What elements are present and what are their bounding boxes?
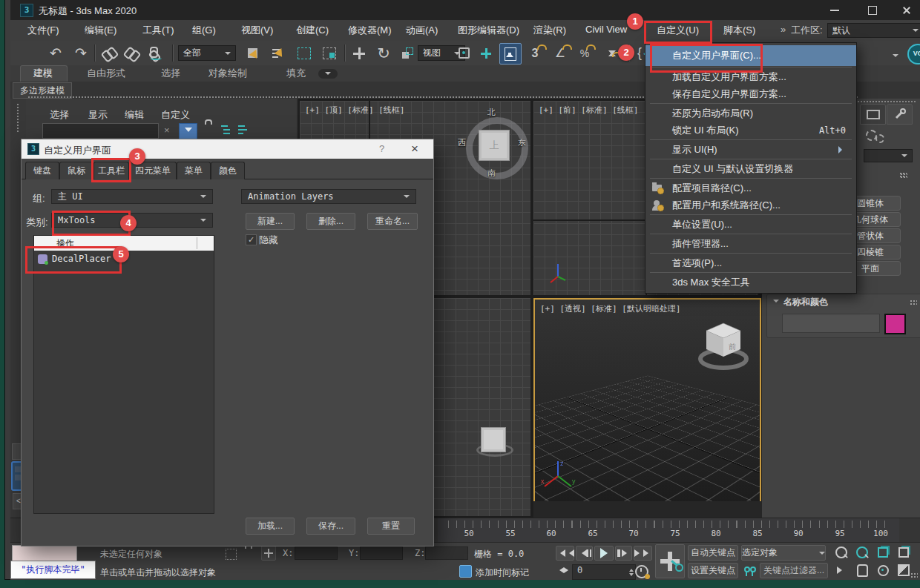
viewcube-top-icon[interactable]: 北 南 东 西 上 [458, 107, 526, 178]
load-button[interactable]: 加载... [246, 518, 295, 535]
menu-edit[interactable]: 编辑(E) [85, 24, 116, 37]
menu-scripting[interactable]: 脚本(S) [723, 24, 755, 37]
zoom-icon[interactable] [834, 545, 849, 560]
menu-civil-view[interactable]: Civil View [585, 24, 627, 35]
reset-button[interactable]: 重置 [367, 518, 415, 535]
clear-search-icon[interactable]: × [164, 125, 170, 136]
menu-item-units-setup[interactable]: 单位设置(U)... [645, 216, 856, 233]
keyboard-shortcut-override-icon[interactable] [499, 43, 522, 65]
tab-colors[interactable]: 颜色 [211, 162, 245, 179]
set-keys-button[interactable] [655, 544, 685, 578]
tab-keyboard[interactable]: 键盘 [25, 162, 59, 179]
percent-snap-icon[interactable]: % [578, 41, 597, 65]
object-category-dropdown[interactable] [864, 149, 913, 162]
menu-item-plugin-manager[interactable]: 插件管理器... [645, 235, 856, 252]
menu-animation[interactable]: 动画(A) [406, 24, 438, 37]
set-key-button[interactable]: 设置关键点 [688, 563, 738, 578]
menu-item-show-ui[interactable]: 显示 UI(H) [645, 141, 856, 158]
bind-to-space-warp-icon[interactable] [147, 41, 166, 65]
select-and-link-icon[interactable] [99, 41, 119, 65]
go-to-start-icon[interactable] [556, 546, 574, 561]
menu-rendering[interactable]: 渲染(R) [533, 24, 566, 37]
maximize-button[interactable] [856, 0, 889, 20]
time-configuration-icon[interactable] [635, 565, 648, 578]
toolbar-more-icon[interactable] [893, 54, 898, 60]
menu-modifiers[interactable]: 修改器(M) [348, 24, 392, 37]
z-coordinate-field[interactable] [425, 546, 468, 560]
previous-frame-icon[interactable] [576, 546, 593, 561]
menu-item-security-tools[interactable]: 3ds Max 安全工具 [645, 274, 856, 291]
title-bar[interactable]: 3 无标题 - 3ds Max 2020 [10, 0, 920, 20]
rename-button[interactable]: 重命名... [367, 213, 418, 230]
y-coordinate-field[interactable] [360, 546, 403, 560]
menu-item-save-ui-scheme[interactable]: 保存自定义用户界面方案... [645, 85, 856, 102]
action-list[interactable]: 操作 DecalPlacer [33, 235, 214, 514]
menu-group[interactable]: 组(G) [192, 24, 216, 37]
explorer-search-input[interactable] [42, 123, 159, 139]
unlink-selection-icon[interactable] [123, 41, 142, 65]
select-and-scale-icon[interactable] [398, 41, 417, 65]
angle-snap-icon[interactable]: ∠ [553, 41, 574, 65]
menu-tools[interactable]: 工具(T) [142, 24, 174, 37]
window-crossing-icon[interactable] [319, 41, 340, 65]
hierarchy-view-icon[interactable] [221, 125, 231, 135]
help-icon[interactable]: ? [379, 143, 384, 154]
object-color-swatch[interactable] [884, 314, 906, 334]
utilities-panel-tab[interactable] [887, 104, 913, 125]
selection-filter-dropdown[interactable]: 全部 [178, 45, 236, 61]
workspace-dropdown[interactable]: 默认 [827, 23, 920, 38]
viewport-top-label[interactable]: [+] [顶] [标准] [线框] [305, 105, 404, 116]
selection-region-icon[interactable] [226, 549, 237, 560]
new-button[interactable]: 新建... [246, 213, 295, 230]
select-by-name-icon[interactable] [267, 41, 288, 65]
use-pivot-center-icon[interactable] [454, 41, 473, 65]
menu-item-revert-layout[interactable]: 还原为启动布局(R) [645, 105, 856, 122]
toolbar-overflow-icon[interactable]: » [781, 24, 786, 35]
tab-mouse[interactable]: 鼠标 [59, 162, 93, 179]
ribbon-minimize-icon[interactable] [318, 69, 338, 79]
viewport-front-label[interactable]: [+] [前] [标准] [线框] [539, 105, 638, 116]
key-filters-button[interactable]: 关键点过滤器... [760, 563, 828, 578]
rectangular-selection-region-icon[interactable] [294, 41, 315, 65]
absolute-offset-toggle-icon[interactable] [261, 546, 276, 561]
maximize-viewport-icon[interactable] [896, 563, 911, 578]
menu-file[interactable]: 文件(F) [27, 24, 59, 37]
ribbon-tab-populate[interactable]: 填充 [286, 67, 306, 80]
viewport-perspective-label[interactable]: [+] [透视] [标准] [默认明暗处理] [540, 303, 680, 314]
menu-views[interactable]: 视图(V) [241, 24, 273, 37]
undo-icon[interactable]: ↶ [46, 41, 65, 65]
viewport-perspective[interactable]: [+] [透视] [标准] [默认明暗处理] 前 x y z [533, 298, 761, 503]
snaps-toggle-3d-icon[interactable]: 3 [528, 41, 548, 65]
zoom-region-icon[interactable] [834, 563, 849, 578]
menu-graph-editors[interactable]: 图形编辑器(D) [458, 24, 519, 37]
toolbar-select-dropdown[interactable]: Animation Layers [241, 189, 416, 204]
redo-icon[interactable]: ↷ [71, 41, 91, 65]
group-dropdown[interactable]: 主 UI [51, 189, 213, 204]
selection-set-dropdown[interactable]: 选定对象 [741, 545, 826, 561]
play-icon[interactable] [594, 546, 614, 561]
systems-gear-small-icon[interactable] [875, 134, 884, 143]
orbit-icon[interactable] [875, 563, 890, 578]
go-to-end-icon[interactable] [634, 546, 652, 561]
delete-button[interactable]: 删除... [306, 213, 355, 230]
auto-key-button[interactable]: 自动关键点 [688, 545, 738, 561]
select-and-manipulate-icon[interactable] [476, 41, 496, 65]
explorer-menu-display[interactable]: 显示 [88, 108, 108, 122]
object-name-input[interactable] [782, 314, 880, 333]
maxscript-listener-result[interactable]: "执行脚本完毕" [10, 561, 96, 579]
ribbon-tab-selection[interactable]: 选择 [161, 67, 180, 80]
select-object-icon[interactable] [242, 41, 263, 65]
menu-item-lock-ui[interactable]: 锁定 UI 布局(K)Alt+0 [645, 122, 856, 139]
zoom-extents-all-icon[interactable] [896, 545, 911, 560]
ribbon-tab-object-paint[interactable]: 对象绘制 [208, 67, 247, 80]
select-and-rotate-icon[interactable]: ↻ [373, 41, 394, 65]
zoom-all-icon[interactable] [855, 545, 870, 560]
display-panel-tab[interactable] [860, 104, 886, 125]
pan-hand-icon[interactable] [855, 563, 870, 578]
menu-item-configure-user-paths[interactable]: 配置用户和系统路径(C)... [645, 196, 856, 214]
ribbon-tab-freeform[interactable]: 自由形式 [87, 67, 125, 80]
explorer-menu-edit[interactable]: 编辑 [125, 108, 144, 122]
dialog-close-icon[interactable]: × [411, 142, 418, 156]
close-button[interactable] [890, 0, 920, 20]
ribbon-tab-modeling[interactable]: 建模 [33, 67, 53, 80]
